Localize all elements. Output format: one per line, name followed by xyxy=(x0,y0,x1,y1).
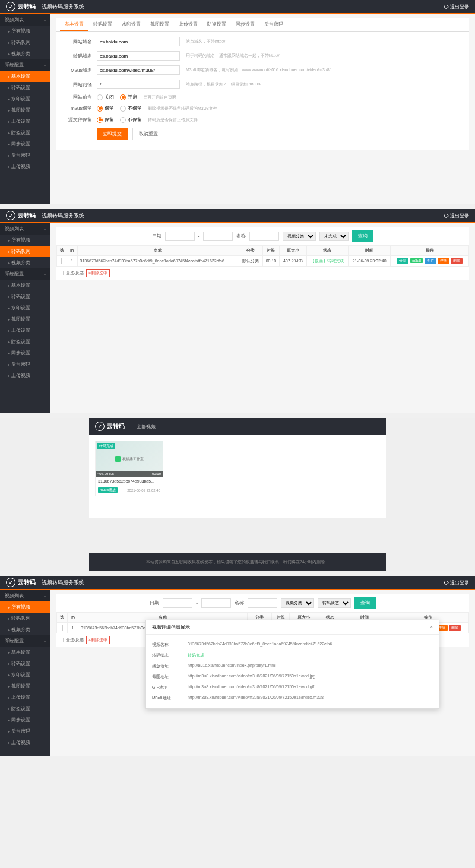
sidebar-item-antitheft[interactable]: 防盗设置 xyxy=(0,703,50,714)
logo-text: 云转码 xyxy=(18,578,36,587)
delete-selected-button[interactable]: ×删除选中 xyxy=(86,269,110,277)
op-m3u8[interactable]: m3u8 xyxy=(410,258,423,263)
select-all-checkbox[interactable] xyxy=(59,638,64,642)
query-status-2[interactable]: 未完成 xyxy=(319,232,349,241)
sidebar-item-sync[interactable]: 同步设置 xyxy=(0,714,50,726)
sidebar-item-watermark[interactable]: 水印设置 xyxy=(0,93,50,104)
query-date-from[interactable] xyxy=(163,598,192,608)
tab-transcode[interactable]: 转码设置 xyxy=(88,18,117,31)
modal-label-status: 转码状态 xyxy=(152,652,188,658)
query-name[interactable] xyxy=(248,598,277,608)
tab-basic[interactable]: 基本设置 xyxy=(60,18,88,31)
logout-button[interactable]: 退出登录 xyxy=(444,213,469,219)
row-checkbox[interactable] xyxy=(62,625,63,631)
select-all-label[interactable]: 全选/反选 xyxy=(66,637,84,643)
op-delete[interactable]: 删除 xyxy=(451,258,463,264)
sidebar-item-watermark[interactable]: 水印设置 xyxy=(0,669,50,680)
sidebar-item-password[interactable]: 后台密码 xyxy=(0,150,50,161)
sidebar-item-categories[interactable]: 视频分类 xyxy=(0,257,50,268)
radio-frontend-on[interactable]: 开启 xyxy=(120,94,137,100)
sidebar-item-upload[interactable]: 上传设置 xyxy=(0,692,50,703)
sidebar-group-config[interactable]: 系统配置 xyxy=(0,635,50,647)
search-button[interactable]: 查询 xyxy=(354,597,376,609)
sidebar-item-all-videos[interactable]: 所有视频 xyxy=(0,235,50,246)
input-site-path[interactable] xyxy=(97,80,180,89)
sidebar-item-all-videos[interactable]: 所有视频 xyxy=(0,601,50,613)
op-share[interactable]: 分享 xyxy=(397,258,408,264)
sidebar-item-screenshot[interactable]: 截图设置 xyxy=(0,680,50,692)
radio-m3u8-keep[interactable]: 保留 xyxy=(97,105,114,112)
sidebar-item-transcode[interactable]: 转码设置 xyxy=(0,658,50,669)
sidebar-item-categories[interactable]: 视频分类 xyxy=(0,48,50,59)
tab-watermark[interactable]: 水印设置 xyxy=(117,18,145,31)
sidebar-item-password[interactable]: 后台密码 xyxy=(0,726,50,737)
select-all-label[interactable]: 全选/反选 xyxy=(66,270,84,276)
sidebar-item-queue[interactable]: 转码队列 xyxy=(0,613,50,624)
input-site-domain[interactable] xyxy=(97,37,180,46)
query-date-from[interactable] xyxy=(165,232,195,241)
radio-m3u8-nokeep[interactable]: 不保留 xyxy=(120,105,142,112)
gallery-body: 转码完成 视频播工作室 407.29 KB 00:10 3136673d562b… xyxy=(89,435,386,518)
op-detail[interactable]: 详情 xyxy=(438,258,449,264)
sidebar-item-basic[interactable]: 基本设置 xyxy=(0,71,50,82)
sidebar-group-videos[interactable]: 视频列表 xyxy=(0,223,50,235)
sidebar-item-sync[interactable]: 同步设置 xyxy=(0,347,50,359)
nav-all-videos[interactable]: 全部视频 xyxy=(137,423,156,430)
sidebar-item-upload-video[interactable]: 上传视频 xyxy=(0,161,50,172)
sidebar-item-basic[interactable]: 基本设置 xyxy=(0,280,50,291)
screenshot-1-settings: ✓ 云转码 视频转码服务系统 退出登录 视频列表 所有视频 转码队列 视频分类 … xyxy=(0,0,475,204)
close-icon[interactable]: × xyxy=(430,624,433,631)
query-date-to[interactable] xyxy=(201,598,231,608)
query-category[interactable]: 视频分类 xyxy=(283,232,316,241)
tab-upload[interactable]: 上传设置 xyxy=(174,18,202,31)
delete-selected-button[interactable]: ×删除选中 xyxy=(86,636,110,644)
sidebar-item-sync[interactable]: 同步设置 xyxy=(0,138,50,150)
logout-button[interactable]: 退出登录 xyxy=(444,4,469,10)
sidebar-item-all-videos[interactable]: 所有视频 xyxy=(0,26,50,37)
logout-button[interactable]: 退出登录 xyxy=(444,579,469,586)
select-all-checkbox[interactable] xyxy=(59,271,64,275)
sidebar-group-videos[interactable]: 视频列表 xyxy=(0,590,50,601)
sidebar-item-screenshot[interactable]: 截图设置 xyxy=(0,313,50,325)
sidebar-item-upload-video[interactable]: 上传视频 xyxy=(0,370,50,381)
sidebar-item-upload[interactable]: 上传设置 xyxy=(0,116,50,127)
input-m3u8-domain[interactable] xyxy=(97,65,180,75)
sidebar-item-antitheft[interactable]: 防盗设置 xyxy=(0,336,50,347)
op-delete[interactable]: 删除 xyxy=(449,625,461,631)
radio-frontend-off[interactable]: 关闭 xyxy=(97,94,114,100)
tab-password[interactable]: 后台密码 xyxy=(259,18,288,31)
sidebar-item-antitheft[interactable]: 防盗设置 xyxy=(0,127,50,138)
sidebar-item-upload-video[interactable]: 上传视频 xyxy=(0,737,50,748)
sidebar-item-upload[interactable]: 上传设置 xyxy=(0,325,50,336)
meta-badge[interactable]: m3u8播放 xyxy=(98,487,118,493)
video-card[interactable]: 转码完成 视频播工作室 407.29 KB 00:10 3136673d562b… xyxy=(95,441,163,496)
tab-sync[interactable]: 同步设置 xyxy=(231,18,259,31)
sidebar-item-watermark[interactable]: 水印设置 xyxy=(0,302,50,313)
query-category[interactable]: 视频分类 xyxy=(281,598,314,608)
sidebar-item-transcode[interactable]: 转码设置 xyxy=(0,291,50,302)
row-checkbox[interactable] xyxy=(61,258,62,264)
input-transcode-domain[interactable] xyxy=(97,51,180,61)
sidebar-item-basic[interactable]: 基本设置 xyxy=(0,647,50,658)
submit-button[interactable]: 立即提交 xyxy=(97,128,128,140)
sidebar-group-config[interactable]: 系统配置 xyxy=(0,59,50,71)
reset-button[interactable]: 取消重置 xyxy=(132,128,164,140)
radio-source-keep[interactable]: 保留 xyxy=(97,116,114,123)
sidebar-item-categories[interactable]: 视频分类 xyxy=(0,624,50,635)
search-button[interactable]: 查询 xyxy=(352,230,373,242)
query-name[interactable] xyxy=(249,232,279,241)
sidebar-item-password[interactable]: 后台密码 xyxy=(0,359,50,370)
sidebar-item-screenshot[interactable]: 截图设置 xyxy=(0,104,50,116)
sidebar-item-queue[interactable]: 转码队列 xyxy=(0,37,50,48)
tab-antitheft[interactable]: 防盗设置 xyxy=(202,18,231,31)
op-img[interactable]: 图片 xyxy=(425,258,436,264)
radio-source-nokeep[interactable]: 不保留 xyxy=(120,116,142,123)
sidebar-item-transcode[interactable]: 转码设置 xyxy=(0,82,50,93)
sidebar-group-config[interactable]: 系统配置 xyxy=(0,268,50,280)
sidebar-item-queue[interactable]: 转码队列 xyxy=(0,246,50,257)
sidebar-group-videos[interactable]: 视频列表 xyxy=(0,14,50,26)
modal-body: 视频名称3136673d562bcb74d933ba577b0e6df9_8ee… xyxy=(146,635,439,708)
tab-screenshot[interactable]: 截图设置 xyxy=(145,18,174,31)
query-status[interactable]: 转码状态 xyxy=(318,598,351,608)
query-date-to[interactable] xyxy=(203,232,233,241)
